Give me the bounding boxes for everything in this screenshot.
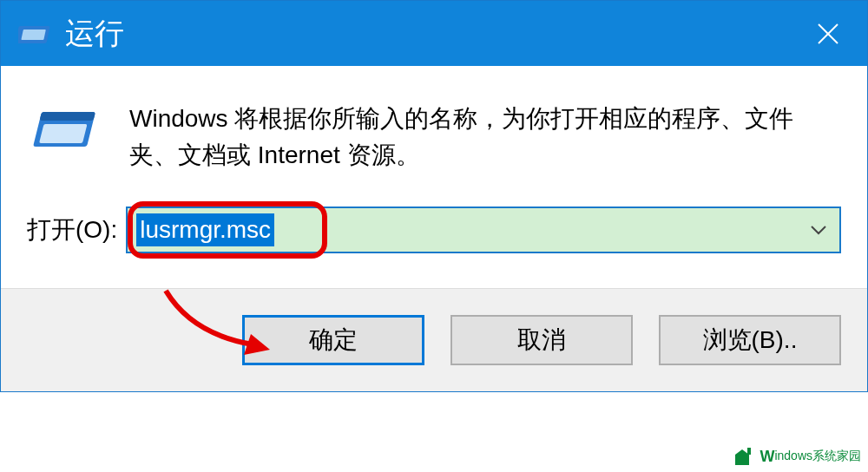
watermark-text: indows系统家园 bbox=[774, 449, 861, 464]
button-bar: 确定 取消 浏览(B).. bbox=[1, 288, 867, 391]
svg-rect-1 bbox=[21, 30, 46, 40]
cancel-button[interactable]: 取消 bbox=[450, 315, 633, 365]
watermark-icon bbox=[733, 446, 758, 467]
svg-rect-5 bbox=[40, 112, 95, 121]
run-icon-large bbox=[27, 101, 105, 161]
browse-button[interactable]: 浏览(B).. bbox=[659, 315, 841, 365]
svg-rect-8 bbox=[747, 448, 751, 455]
run-icon bbox=[18, 21, 53, 47]
open-input-value[interactable]: lusrmgr.msc bbox=[136, 213, 274, 246]
open-label: 打开(O): bbox=[27, 213, 117, 246]
titlebar[interactable]: 运行 bbox=[1, 1, 867, 66]
ok-button[interactable]: 确定 bbox=[242, 315, 424, 365]
close-icon bbox=[817, 23, 839, 45]
dialog-body: Windows 将根据你所输入的名称，为你打开相应的程序、文件夹、文档或 Int… bbox=[1, 66, 867, 288]
browse-button-label: 浏览(B).. bbox=[703, 324, 798, 357]
close-button[interactable] bbox=[811, 16, 845, 51]
cancel-button-label: 取消 bbox=[517, 324, 566, 357]
open-combobox[interactable]: lusrmgr.msc bbox=[126, 206, 841, 253]
chevron-down-icon[interactable] bbox=[810, 224, 827, 236]
watermark-prefix: W bbox=[760, 448, 774, 466]
watermark: W indows系统家园 bbox=[733, 446, 861, 467]
dialog-title: 运行 bbox=[65, 14, 124, 54]
run-dialog: 运行 Windows 将根据你所输入的名称，为你打开相应的程序、文件夹、文档或 … bbox=[0, 0, 868, 392]
svg-rect-6 bbox=[39, 124, 87, 143]
ok-button-label: 确定 bbox=[309, 324, 358, 357]
description-text: Windows 将根据你所输入的名称，为你打开相应的程序、文件夹、文档或 Int… bbox=[129, 101, 841, 174]
